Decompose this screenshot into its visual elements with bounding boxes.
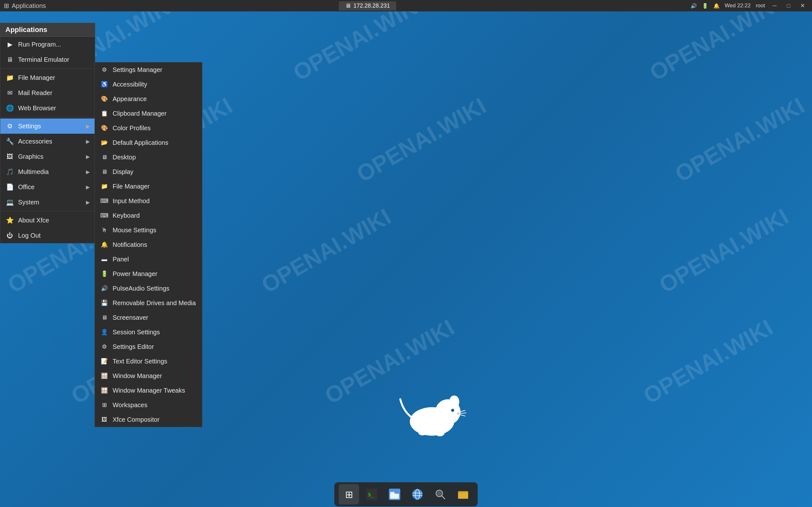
minimize-button[interactable]: ─ — [770, 1, 779, 10]
menu-item-run[interactable]: ▶ Run Program... — [0, 37, 95, 52]
settings-submenu-item-text[interactable]: 📝 Text Editor Settings — [95, 354, 202, 369]
settings-submenu-item-wm[interactable]: 🪟 Window Manager — [95, 369, 202, 383]
removable-label: Removable Drives and Media — [113, 299, 197, 307]
taskbar-item-browser[interactable] — [407, 484, 427, 504]
office-arrow: ▶ — [86, 184, 90, 190]
watermark-2: OPENAI.WIKI — [289, 0, 427, 86]
session-icon: 👤 — [100, 328, 109, 337]
color-icon: 🎨 — [100, 124, 109, 132]
settings-submenu-item-power[interactable]: 🔋 Power Manager — [95, 267, 202, 281]
taskbar-inner: ⊞ $_ — [334, 482, 478, 506]
menu-item-accessories[interactable]: 🔧 Accessories ▶ — [0, 134, 95, 149]
settings-submenu-item-keyboard[interactable]: ⌨ Keyboard — [95, 208, 202, 223]
accessibility-icon: ♿ — [100, 80, 109, 89]
menu-item-terminal[interactable]: 🖥 Terminal Emulator — [0, 52, 95, 67]
settings-submenu-item-file-manager[interactable]: 📁 File Manager — [95, 179, 202, 193]
volume-icon: 🔊 — [691, 3, 697, 9]
about-label: About Xfce — [18, 217, 90, 224]
settings-submenu-item-notifications[interactable]: 🔔 Notifications — [95, 237, 202, 252]
workspaces-label: Workspaces — [113, 401, 197, 409]
titlebar: ⊞ Applications 🖥 172.28.28.231 🔊 🔋 🔔 Wed… — [0, 0, 812, 11]
close-button[interactable]: ✕ — [798, 1, 807, 10]
taskbar-item-app-menu[interactable]: ⊞ — [339, 484, 359, 504]
svg-point-4 — [449, 395, 459, 408]
tab-title: 172.28.28.231 — [353, 3, 390, 9]
multimedia-arrow: ▶ — [86, 169, 90, 175]
settings-submenu-item-editor[interactable]: ⚙ Settings Editor — [95, 339, 202, 354]
compositor-icon: 🖼 — [100, 415, 109, 424]
settings-submenu-item-panel[interactable]: ▬ Panel — [95, 252, 202, 267]
settings-submenu-item-wm-tweaks[interactable]: 🪟 Window Manager Tweaks — [95, 383, 202, 398]
maximize-button[interactable]: □ — [784, 1, 793, 10]
desktop-icon-sm: 🖥 — [100, 153, 109, 162]
settings-submenu-item-screensaver[interactable]: 🖥 Screensaver — [95, 310, 202, 325]
settings-submenu-item-color[interactable]: 🎨 Color Profiles — [95, 121, 202, 135]
watermark-5: OPENAI.WIKI — [352, 92, 490, 187]
settings-submenu-item-input[interactable]: ⌨ Input Method — [95, 193, 202, 208]
app-menu: Applications ▶ Run Program... 🖥 Terminal… — [0, 23, 95, 243]
office-icon: 📄 — [5, 182, 14, 191]
menu-item-mail[interactable]: ✉ Mail Reader — [0, 85, 95, 101]
watermark-8: OPENAI.WIKI — [257, 203, 395, 298]
taskbar-item-terminal[interactable]: $_ — [362, 484, 382, 504]
keyboard-icon: ⌨ — [100, 211, 109, 220]
app-menu-title: Applications — [0, 23, 95, 37]
settings-submenu-item-default[interactable]: 📂 Default Applications — [95, 135, 202, 150]
menu-item-about[interactable]: ⭐ About Xfce — [0, 213, 95, 228]
settings-submenu-item-workspaces[interactable]: ⊞ Workspaces — [95, 398, 202, 412]
tab-icon: 🖥 — [345, 3, 351, 9]
settings-submenu-item-compositor[interactable]: 🖼 Xfce Compositor — [95, 412, 202, 427]
clipboard-icon: 📋 — [100, 109, 109, 118]
logout-label: Log Out — [18, 232, 90, 239]
svg-rect-17 — [390, 494, 399, 499]
terminal-label: Terminal Emulator — [18, 56, 90, 63]
watermark-9: OPENAI.WIKI — [655, 203, 793, 298]
menu-item-logout[interactable]: ⏻ Log Out — [0, 228, 95, 243]
pulse-icon: 🔊 — [100, 284, 109, 293]
web-browser-label: Web Browser — [18, 105, 90, 112]
accessories-arrow: ▶ — [86, 138, 90, 145]
terminal-icon: 🖥 — [5, 55, 14, 64]
clipboard-label: Clipboard Manager — [113, 110, 197, 117]
input-label: Input Method — [113, 198, 197, 205]
settings-submenu-item-manager[interactable]: ⚙ Settings Manager — [95, 62, 202, 77]
taskbar-item-magnifier[interactable] — [430, 484, 450, 504]
menu-item-file-manager[interactable]: 📁 File Manager — [0, 70, 95, 85]
input-icon: ⌨ — [100, 196, 109, 205]
svg-line-23 — [442, 496, 445, 499]
settings-submenu-item-session[interactable]: 👤 Session Settings — [95, 325, 202, 339]
settings-submenu-item-removable[interactable]: 💾 Removable Drives and Media — [95, 296, 202, 310]
compositor-label: Xfce Compositor — [113, 416, 197, 424]
menu-separator-1 — [0, 68, 95, 69]
file-mgr-icon: 📁 — [100, 182, 109, 191]
power-label: Power Manager — [113, 270, 197, 278]
titlebar-tab[interactable]: 🖥 172.28.28.231 — [339, 1, 396, 10]
wm-tweaks-icon: 🪟 — [100, 386, 109, 395]
menu-item-office[interactable]: 📄 Office ▶ — [0, 179, 95, 194]
power-icon: 🔋 — [100, 269, 109, 278]
settings-submenu-item-accessibility[interactable]: ♿ Accessibility — [95, 77, 202, 92]
clock-display: Wed 22:22 — [725, 3, 751, 9]
graphics-icon: 🖼 — [5, 152, 14, 161]
settings-submenu-item-appearance[interactable]: 🎨 Appearance — [95, 92, 202, 106]
panel-icon: ▬ — [100, 255, 109, 264]
settings-submenu-item-pulse[interactable]: 🔊 PulseAudio Settings — [95, 281, 202, 296]
titlebar-center: 🖥 172.28.28.231 — [50, 1, 686, 10]
mail-icon: ✉ — [5, 89, 14, 97]
color-label: Color Profiles — [113, 124, 197, 132]
pulse-label: PulseAudio Settings — [113, 285, 197, 292]
run-label: Run Program... — [18, 41, 90, 48]
menu-item-system[interactable]: 💻 System ▶ — [0, 194, 95, 210]
settings-submenu-item-clipboard[interactable]: 📋 Clipboard Manager — [95, 106, 202, 121]
menu-item-web-browser[interactable]: 🌐 Web Browser — [0, 101, 95, 116]
taskbar-item-file-manager[interactable] — [385, 484, 405, 504]
settings-submenu-item-mouse[interactable]: 🖱 Mouse Settings — [95, 223, 202, 237]
settings-submenu-item-desktop[interactable]: 🖥 Desktop — [95, 150, 202, 164]
menu-item-multimedia[interactable]: 🎵 Multimedia ▶ — [0, 164, 95, 179]
file-manager-icon: 📁 — [5, 73, 14, 82]
taskbar-item-files[interactable] — [453, 484, 473, 504]
accessories-icon: 🔧 — [5, 137, 14, 146]
menu-item-graphics[interactable]: 🖼 Graphics ▶ — [0, 149, 95, 164]
menu-item-settings[interactable]: ⚙ Settings ▶ — [0, 118, 95, 134]
settings-submenu-item-display[interactable]: 🖥 Display — [95, 164, 202, 179]
